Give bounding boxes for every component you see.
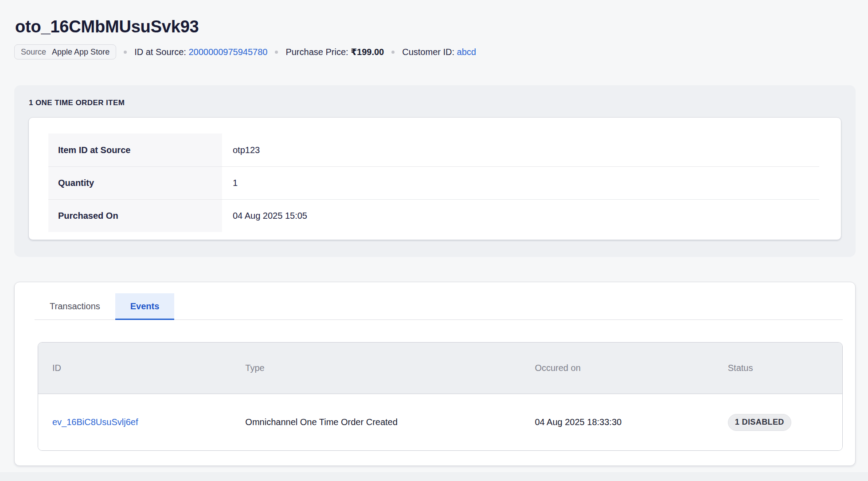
source-chip: Source Apple App Store	[14, 44, 116, 59]
event-status-cell: 1 DISABLED	[714, 414, 842, 431]
order-detail-page: oto_16CMbMUsuSvk93 Source Apple App Stor…	[0, 0, 868, 466]
tab-events[interactable]: Events	[115, 293, 175, 319]
row-value-quantity: 1	[222, 167, 819, 199]
row-value-item-id-at-source: otp123	[222, 134, 819, 166]
status-badge: 1 DISABLED	[728, 414, 791, 431]
section-heading: 1 ONE TIME ORDER ITEM	[29, 99, 841, 107]
id-at-source-link[interactable]: 2000000975945780	[188, 47, 267, 57]
next-section-edge	[0, 472, 868, 481]
row-label-item-id-at-source: Item ID at Source	[48, 134, 222, 166]
event-type-cell: Omnichannel One Time Order Created	[231, 417, 520, 427]
order-item-card: Item ID at Source otp123 Quantity 1 Purc…	[28, 117, 841, 240]
column-header-status: Status	[714, 363, 842, 373]
row-label-purchased-on: Purchased On	[48, 200, 222, 232]
tab-bar: Transactions Events	[35, 293, 843, 320]
source-chip-value: Apple App Store	[52, 47, 109, 57]
row-value-purchased-on: 04 Aug 2025 15:05	[222, 200, 819, 232]
customer-id-label: Customer ID:	[402, 47, 454, 57]
column-header-occured-on: Occured on	[520, 363, 713, 373]
table-row: Item ID at Source otp123	[48, 134, 819, 166]
event-id-cell: ev_16BiC8UsuSvlj6ef	[38, 417, 231, 427]
dot-separator	[275, 51, 278, 54]
id-at-source-label: ID at Source:	[134, 47, 186, 57]
column-header-type: Type	[231, 363, 520, 373]
customer-id-item: Customer ID: abcd	[402, 47, 476, 57]
customer-id-link[interactable]: abcd	[457, 47, 476, 57]
dot-separator	[124, 51, 127, 54]
event-row: ev_16BiC8UsuSvlj6ef Omnichannel One Time…	[38, 394, 842, 450]
purchase-price-item: Purchase Price: ₹199.00	[285, 47, 384, 57]
page-title: oto_16CMbMUsuSvk93	[15, 17, 856, 36]
activity-card: Transactions Events ID Type Occured on S…	[14, 282, 856, 466]
event-id-link[interactable]: ev_16BiC8UsuSvlj6ef	[52, 417, 138, 427]
purchase-price-value: ₹199.00	[351, 47, 384, 57]
id-at-source-item: ID at Source: 2000000975945780	[134, 47, 267, 57]
one-time-order-item-section: 1 ONE TIME ORDER ITEM Item ID at Source …	[14, 85, 856, 257]
dot-separator	[391, 51, 395, 54]
event-occurred-on-cell: 04 Aug 2025 18:33:30	[520, 417, 713, 427]
source-chip-label: Source	[21, 47, 46, 57]
purchase-price-label: Purchase Price:	[285, 47, 348, 57]
row-label-quantity: Quantity	[48, 167, 222, 199]
events-table: ID Type Occured on Status ev_16BiC8UsuSv…	[38, 342, 843, 451]
column-header-id: ID	[38, 363, 231, 373]
order-meta-row: Source Apple App Store ID at Source: 200…	[14, 44, 856, 59]
events-table-header: ID Type Occured on Status	[38, 343, 842, 394]
table-row: Purchased On 04 Aug 2025 15:05	[48, 199, 819, 232]
tab-transactions[interactable]: Transactions	[35, 293, 115, 319]
table-row: Quantity 1	[48, 166, 819, 199]
order-item-table: Item ID at Source otp123 Quantity 1 Purc…	[48, 134, 819, 232]
